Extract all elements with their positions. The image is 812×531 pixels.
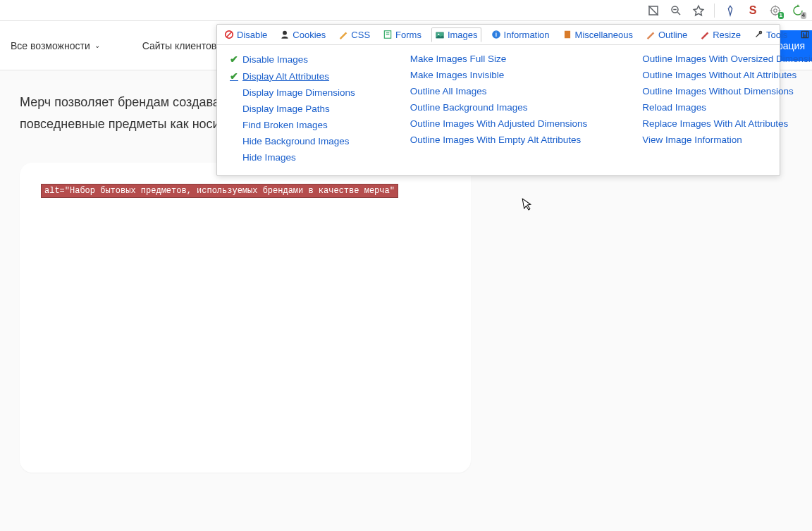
svg-rect-22 <box>565 31 570 39</box>
browser-toolbar: S 1 4 <box>0 0 812 21</box>
info-icon: i <box>491 30 501 39</box>
svg-line-3 <box>677 12 680 15</box>
resize-icon <box>700 30 710 39</box>
menu-invisible[interactable]: Make Images Invisible <box>398 70 587 80</box>
nav-clients-label: Сайты клиентов <box>142 40 217 51</box>
forms-icon <box>383 30 393 39</box>
menu-outline-empty-alt[interactable]: Outline Images With Empty Alt Attributes <box>398 135 587 145</box>
tab-miscellaneous[interactable]: Miscellaneous <box>560 28 636 42</box>
nav-possibilities-label: Все возможности <box>11 40 90 51</box>
star-icon[interactable] <box>691 4 706 18</box>
menu-hide-bg[interactable]: Hide Background Images <box>230 136 355 146</box>
svg-marker-5 <box>694 6 703 15</box>
menu-display-alt[interactable]: Display Alt Attributes <box>230 70 355 82</box>
tab-tools[interactable]: Tools <box>751 28 790 42</box>
svg-point-14 <box>283 31 287 35</box>
lighthouse-ext-icon[interactable] <box>723 4 737 18</box>
refresh-ext-icon[interactable]: 4 <box>791 4 805 18</box>
tab-cookies[interactable]: Cookies <box>277 28 328 42</box>
menu-full-size[interactable]: Make Images Full Size <box>398 54 587 64</box>
menu-display-paths[interactable]: Display Image Paths <box>230 104 355 114</box>
zoom-out-icon[interactable] <box>669 4 683 18</box>
nav-clients[interactable]: Сайты клиентов <box>142 40 217 51</box>
webdev-tabs: Disable Cookies CSS Forms Images i Infor… <box>217 25 780 45</box>
menu-disable-images[interactable]: Disable Images <box>230 54 355 65</box>
tab-options[interactable]: Options <box>797 28 812 42</box>
tab-resize[interactable]: Resize <box>697 28 744 42</box>
webdev-toolbar: Disable Cookies CSS Forms Images i Infor… <box>216 24 780 176</box>
tab-forms[interactable]: Forms <box>380 28 424 42</box>
chevron-down-icon: ⌄ <box>94 42 100 49</box>
no-image-icon[interactable] <box>646 4 660 18</box>
alt-attribute-badge: alt="Набор бытовых предметов, используем… <box>41 184 398 198</box>
css-icon <box>338 30 348 39</box>
cookies-icon <box>280 30 290 39</box>
svg-line-1 <box>648 6 658 15</box>
webdev-ext-icon[interactable]: 1 <box>768 4 782 18</box>
image-placeholder-card: alt="Набор бытовых предметов, используем… <box>20 163 471 473</box>
tab-disable[interactable]: Disable <box>221 28 270 42</box>
menu-reload-images[interactable]: Reload Images <box>629 102 812 113</box>
tools-icon <box>753 30 763 39</box>
svg-text:i: i <box>495 32 496 38</box>
menu-hide-images[interactable]: Hide Images <box>230 152 355 163</box>
options-icon <box>800 30 810 39</box>
menu-outline-without-alt[interactable]: Outline Images Without Alt Attributes <box>629 70 812 80</box>
tab-information[interactable]: i Information <box>488 28 553 42</box>
webdev-images-menu: Disable Images Display Alt Attributes Di… <box>217 45 780 175</box>
menu-view-info[interactable]: View Image Information <box>629 135 812 145</box>
menu-outline-oversized[interactable]: Outline Images With Oversized Dimensions <box>629 54 812 64</box>
menu-outline-all[interactable]: Outline All Images <box>398 86 587 96</box>
images-icon <box>435 30 445 40</box>
tab-css[interactable]: CSS <box>336 28 373 42</box>
disable-icon <box>224 30 234 39</box>
menu-replace-alt[interactable]: Replace Images With Alt Attributes <box>629 118 812 129</box>
tab-outline[interactable]: Outline <box>643 28 690 42</box>
menu-outline-without-dim[interactable]: Outline Images Without Dimensions <box>629 86 812 96</box>
svg-point-19 <box>438 33 439 35</box>
seo-ext-icon[interactable]: S <box>746 4 760 18</box>
tab-images[interactable]: Images <box>431 27 481 42</box>
menu-outline-bg[interactable]: Outline Background Images <box>398 102 587 113</box>
menu-display-dimensions[interactable]: Display Image Dimensions <box>230 87 355 98</box>
menu-find-broken[interactable]: Find Broken Images <box>230 120 355 130</box>
svg-point-7 <box>774 8 777 12</box>
nav-possibilities[interactable]: Все возможности ⌄ <box>11 40 100 51</box>
misc-icon <box>562 30 572 39</box>
outline-icon <box>646 30 656 39</box>
menu-outline-adjusted[interactable]: Outline Images With Adjusted Dimensions <box>398 118 587 129</box>
svg-line-13 <box>227 32 232 37</box>
